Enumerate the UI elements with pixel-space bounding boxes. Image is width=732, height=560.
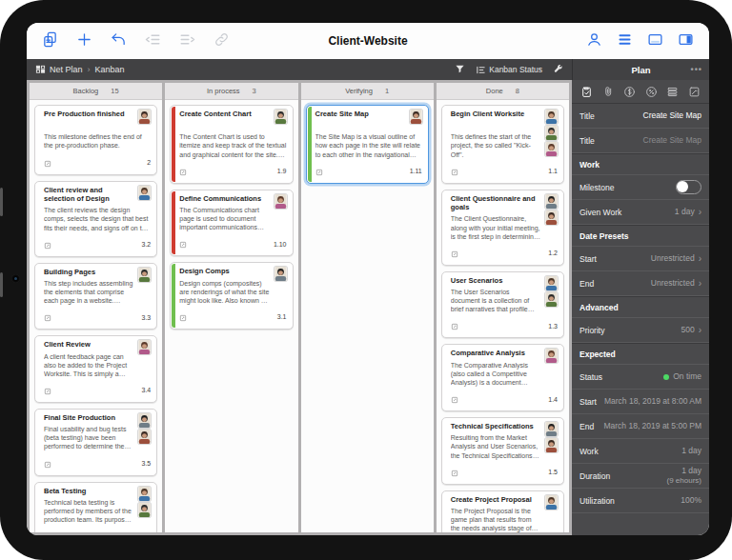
field-row-start[interactable]: StartUnrestricted› — [572, 247, 709, 271]
field-row-title[interactable]: TitleCreate Site Map — [572, 129, 709, 153]
avatar — [545, 194, 558, 209]
card-avatars — [545, 276, 558, 307]
panel-bottom-icon[interactable] — [647, 31, 663, 51]
card-avatars — [545, 110, 558, 156]
document-title: Client-Website — [328, 34, 407, 48]
grouping-selector[interactable]: Kanban Status — [476, 65, 542, 75]
avatar — [138, 413, 151, 428]
page: { "toolbar": { "title": "Client-Website"… — [0, 0, 732, 560]
field-value: 1 day(9 ehours) — [667, 466, 702, 486]
kanban-card[interactable]: Create Content ChartThe Content Chart is… — [170, 105, 293, 184]
net-plan-icon — [35, 64, 46, 76]
kanban-card[interactable]: Begin Client WorksiteThis defines the st… — [441, 105, 564, 184]
field-value: Unrestricted — [651, 253, 695, 264]
avatar — [138, 503, 151, 517]
field-row-end[interactable]: EndUnrestricted› — [572, 271, 709, 296]
kanban-card[interactable]: Client Questionnaire and goalsThe Client… — [441, 190, 564, 266]
panel-right-icon[interactable] — [678, 31, 694, 51]
breadcrumb-root[interactable]: Net Plan — [50, 65, 83, 74]
field-row-title[interactable]: TitleCreate Site Map — [572, 104, 709, 129]
card-avatars — [138, 110, 151, 124]
field-value: March 18, 2019 at 8:00 AM — [604, 396, 702, 407]
milestone-toggle[interactable] — [676, 180, 702, 194]
column-header: Backlog15 — [30, 83, 162, 100]
status-stripe — [172, 264, 175, 328]
card-description: A client feedback page can also be added… — [44, 352, 133, 378]
card-number-badge: 3.3 — [142, 314, 152, 321]
paperclip-icon[interactable] — [602, 86, 615, 98]
card-footer: 3.2 — [44, 236, 151, 253]
cost-icon[interactable] — [623, 86, 636, 98]
add-icon[interactable] — [76, 31, 92, 51]
card-number-badge: 1.4 — [548, 396, 558, 403]
percent-icon[interactable] — [645, 86, 658, 98]
card-avatars — [545, 495, 558, 510]
field-row-priority[interactable]: Priority500› — [572, 318, 709, 343]
kanban-card[interactable]: Define CommunicationsThe Communications … — [170, 190, 293, 257]
app-screen: Client-Website Net Plan › Kanban Kanba — [27, 23, 709, 535]
kanban-card[interactable]: Pre Production finishedThis milestone de… — [34, 105, 157, 175]
toggle-knob — [677, 181, 688, 192]
card-title: Define Communications — [179, 194, 286, 203]
board-tools: Kanban Status — [455, 64, 563, 76]
card-description: This defines the start of the project, t… — [451, 132, 540, 158]
avatar — [138, 186, 151, 200]
column-cards: Create Content ChartThe Content Chart is… — [165, 100, 297, 532]
rows-icon[interactable] — [666, 86, 679, 98]
field-row-milestone[interactable]: Milestone — [572, 175, 709, 200]
undo-icon[interactable] — [111, 31, 127, 51]
volume-down-button[interactable] — [0, 272, 3, 297]
column-count: 15 — [111, 87, 118, 95]
avatar — [545, 422, 558, 436]
breadcrumb-current[interactable]: Kanban — [95, 65, 125, 74]
kanban-card[interactable]: Final Site ProductionFinal usability and… — [34, 409, 157, 476]
paste-icon[interactable] — [42, 31, 58, 51]
kanban-card[interactable]: Client review and selection of DesignThe… — [34, 181, 157, 257]
kanban-card[interactable]: Create Site MapThe Site Map is a visual … — [306, 105, 429, 184]
field-label: Work — [580, 447, 599, 456]
note-icon — [451, 390, 458, 408]
kanban-card[interactable]: Client ReviewA client feedback page can … — [34, 335, 157, 403]
card-footer: 1.4 — [451, 390, 558, 408]
kanban-column-done: Done8Begin Client WorksiteThis defines t… — [437, 83, 569, 532]
card-footer: 1.2 — [451, 245, 558, 262]
column-name: Done — [486, 87, 503, 95]
more-options-icon[interactable]: ••• — [691, 65, 702, 74]
front-camera — [11, 274, 20, 283]
toolbar-left-group — [42, 31, 230, 51]
kanban-card[interactable]: User ScenariosThe User Scenarios documen… — [441, 271, 564, 339]
kanban-card[interactable]: Technical SpecificationsResulting from t… — [441, 417, 564, 485]
volume-up-button[interactable] — [0, 188, 3, 216]
kanban-card[interactable]: Design CompsDesign comps (composites) ar… — [170, 262, 293, 330]
card-title: Beta Testing — [44, 487, 151, 495]
kanban-card[interactable]: Beta TestingTechnical beta testing is pe… — [34, 482, 157, 532]
avatar — [545, 126, 558, 140]
note-icon — [44, 236, 51, 253]
indent-icon — [179, 31, 195, 51]
column-cards: Create Site MapThe Site Map is a visual … — [301, 100, 434, 532]
note-icon[interactable] — [688, 86, 701, 98]
field-row-given-work[interactable]: Given Work1 day› — [572, 200, 709, 225]
user-icon[interactable] — [586, 31, 602, 51]
kanban-card[interactable]: Building PagesThis step includes assembl… — [34, 263, 157, 330]
field-row-work: Work1 day — [572, 439, 709, 464]
card-footer: 3.3 — [44, 309, 151, 326]
grouping-label[interactable]: Kanban Status — [489, 65, 542, 74]
card-description: Design comps (composites) are renderings… — [179, 279, 269, 305]
card-number-badge: 1.10 — [274, 241, 287, 248]
note-icon — [451, 245, 458, 262]
funnel-icon[interactable] — [455, 64, 465, 76]
kanban-card[interactable]: Create Project ProposalThe Project Propo… — [441, 490, 564, 532]
wrench-icon[interactable] — [553, 64, 563, 76]
column-name: Verifying — [345, 87, 373, 95]
card-number-badge: 3.1 — [277, 313, 287, 320]
clipboard-check-icon[interactable] — [580, 86, 593, 98]
field-value: 1 day — [681, 446, 702, 456]
kanban-column-in-process: In process3Create Content ChartThe Conte… — [165, 83, 297, 532]
card-title: Pre Production finished — [44, 110, 151, 118]
breadcrumb[interactable]: Net Plan › Kanban Kanban Status — [27, 59, 572, 80]
menu-icon[interactable] — [617, 31, 633, 51]
field-row-utilization: Utilization100% — [572, 489, 709, 513]
kanban-card[interactable]: Comparative AnalysisThe Comparative Anal… — [441, 344, 564, 411]
avatar — [138, 487, 151, 501]
